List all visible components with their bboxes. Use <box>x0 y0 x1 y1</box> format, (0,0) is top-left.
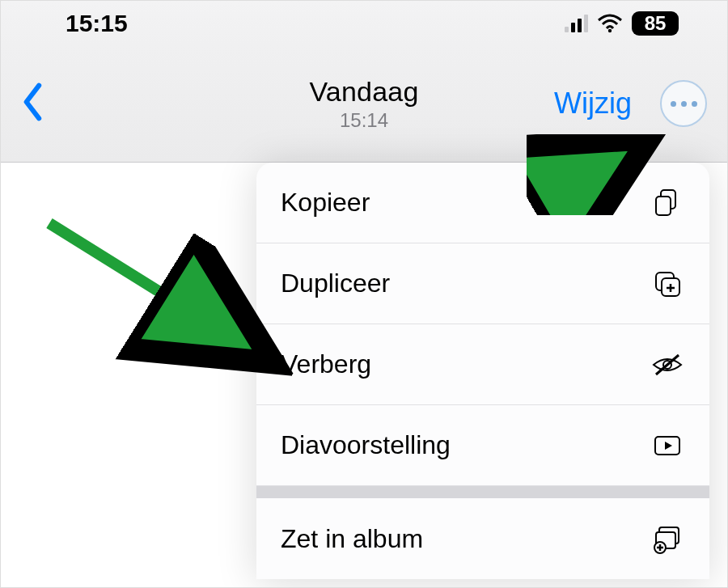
menu-item-label: Diavoorstelling <box>281 430 451 460</box>
chevron-left-icon <box>19 82 48 121</box>
svg-point-0 <box>608 28 612 32</box>
cellular-icon <box>565 15 588 32</box>
status-right: 85 <box>565 11 679 36</box>
back-button[interactable] <box>19 82 48 125</box>
menu-item-dupliceer[interactable]: Dupliceer <box>256 243 709 324</box>
nav-bar: Vandaag 15:14 Wijzig <box>1 45 727 163</box>
menu-item-label: Zet in album <box>281 524 423 554</box>
menu-item-label: Verberg <box>281 349 371 379</box>
battery-icon: 85 <box>632 11 679 36</box>
edit-button[interactable]: Wijzig <box>554 87 632 121</box>
menu-item-verberg[interactable]: Verberg <box>256 324 709 405</box>
add-to-album-icon <box>650 521 685 556</box>
copy-icon <box>650 185 685 221</box>
menu-item-label: Dupliceer <box>281 269 390 298</box>
svg-line-11 <box>49 223 264 357</box>
nav-title: Vandaag <box>309 76 418 108</box>
hide-icon <box>650 347 685 383</box>
menu-separator <box>256 486 709 498</box>
slideshow-icon <box>650 428 685 463</box>
svg-rect-2 <box>656 197 671 215</box>
menu-item-zet-in-album[interactable]: Zet in album <box>256 498 709 579</box>
duplicate-icon <box>650 266 685 302</box>
menu-item-diavoorstelling[interactable]: Diavoorstelling <box>256 405 709 486</box>
menu-item-kopieer[interactable]: Kopieer <box>256 163 709 243</box>
more-button[interactable] <box>660 80 707 127</box>
status-bar: 15:15 85 <box>1 1 727 45</box>
context-menu: Kopieer Dupliceer Verberg Diavoorstellin… <box>256 163 709 579</box>
wifi-icon <box>598 14 622 33</box>
nav-subtitle: 15:14 <box>309 109 418 132</box>
nav-title-block: Vandaag 15:14 <box>309 76 418 132</box>
ellipsis-icon <box>671 101 676 107</box>
menu-item-label: Kopieer <box>281 188 370 218</box>
status-time: 15:15 <box>66 10 128 37</box>
